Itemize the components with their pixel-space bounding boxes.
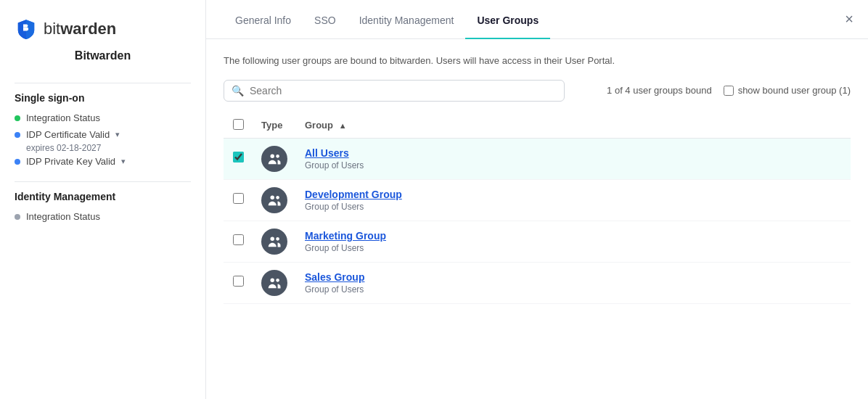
bitwarden-logo-icon [15,17,38,41]
row-type-cell [253,138,296,179]
show-bound-checkbox[interactable] [724,86,734,96]
status-dot-gray [15,214,20,220]
svg-point-2 [271,195,275,200]
sidebar-item-label: IDP Private Key Valid [26,156,115,167]
svg-point-4 [271,236,275,241]
row-type-cell [253,262,296,303]
row-checkbox-cell [224,221,253,262]
search-input[interactable] [250,85,557,96]
row-checkbox-3[interactable] [233,276,244,287]
users-icon [266,275,282,291]
sidebar-item-label: IDP Certificate Valid [26,129,110,140]
content-area: The following user groups are bound to b… [206,39,868,399]
modal: bitwarden Bitwarden Single sign-on Integ… [0,0,868,399]
show-bound-label[interactable]: show bound user group (1) [724,85,851,96]
status-dot-blue-cert [15,132,20,138]
table-row: Sales Group Group of Users [224,262,851,303]
sidebar-section-sso: Single sign-on [15,92,191,104]
row-group-cell: Development Group Group of Users [296,179,851,221]
group-type-label: Group of Users [305,202,842,212]
group-name-link[interactable]: All Users [305,147,842,159]
search-icon: 🔍 [232,85,244,96]
tabs-bar: General Info SSO Identity Management Use… [206,0,868,39]
cert-expiry: expires 02-18-2027 [26,143,191,153]
group-icon [261,146,287,172]
row-group-cell: All Users Group of Users [296,138,851,179]
tab-general-info[interactable]: General Info [224,0,303,39]
table-row: All Users Group of Users [224,138,851,179]
users-icon [266,234,282,250]
close-button[interactable]: × [845,12,853,26]
sidebar-divider-2 [15,181,191,182]
status-dot-blue-key [15,159,20,165]
sidebar-section-identity: Identity Management [15,191,191,202]
svg-point-7 [276,279,279,282]
user-groups-table: Type Group ▲ [224,113,851,304]
sidebar-item-label: Integration Status [26,211,100,222]
row-type-cell [253,221,296,262]
logo-area: bitwarden [15,17,191,41]
svg-point-0 [271,154,275,158]
row-group-cell: Marketing Group Group of Users [296,221,851,262]
svg-point-3 [276,196,279,200]
sort-asc-icon: ▲ [339,121,347,130]
chevron-down-icon: ▾ [121,157,126,166]
svg-point-1 [276,155,279,158]
sidebar-item-identity-status[interactable]: Integration Status [15,211,191,222]
row-checkbox-1[interactable] [233,193,244,204]
tab-identity-management[interactable]: Identity Management [348,0,466,39]
search-box[interactable]: 🔍 [224,80,565,102]
header-checkbox-cell [224,113,253,139]
sidebar-item-idp-key[interactable]: IDP Private Key Valid ▾ [15,156,191,167]
group-icon [261,229,287,255]
main-content: × General Info SSO Identity Management U… [206,0,868,399]
bound-info-text: 1 of 4 user groups bound [607,85,712,96]
chevron-down-icon: ▾ [115,130,120,139]
table-row: Marketing Group Group of Users [224,221,851,262]
group-name-link[interactable]: Sales Group [305,271,842,283]
group-name-link[interactable]: Development Group [305,189,842,200]
group-type-label: Group of Users [305,160,842,170]
show-bound-text: show bound user group (1) [738,85,851,96]
group-name-link[interactable]: Marketing Group [305,230,842,242]
table-row: Development Group Group of Users [224,179,851,221]
page-description: The following user groups are bound to b… [224,54,851,68]
svg-point-6 [271,278,275,282]
header-type: Type [253,113,296,139]
users-icon [266,192,282,208]
sidebar-item-idp-cert[interactable]: IDP Certificate Valid ▾ [15,129,191,140]
toolbar: 🔍 1 of 4 user groups bound show bound us… [224,80,851,102]
logo-text: bitwarden [44,20,116,38]
svg-point-5 [276,237,279,241]
row-checkbox-cell [224,179,253,221]
sidebar-item-integration-status[interactable]: Integration Status [15,112,191,123]
brand-name: Bitwarden [15,49,191,62]
group-type-label: Group of Users [305,284,842,295]
group-icon [261,270,287,296]
row-group-cell: Sales Group Group of Users [296,262,851,303]
row-type-cell [253,179,296,221]
group-type-label: Group of Users [305,243,842,253]
sidebar-divider-1 [15,83,191,83]
status-dot-green [15,115,20,121]
select-all-checkbox[interactable] [233,119,244,130]
row-checkbox-2[interactable] [233,234,244,245]
sidebar-item-label: Integration Status [26,112,100,123]
row-checkbox-0[interactable] [233,152,244,163]
tab-user-groups[interactable]: User Groups [465,0,550,39]
tab-sso[interactable]: SSO [303,0,348,39]
header-group[interactable]: Group ▲ [296,113,851,139]
row-checkbox-cell [224,262,253,303]
group-icon [261,187,287,213]
users-icon [266,151,282,167]
row-checkbox-cell [224,138,253,179]
type-column-label: Type [261,120,282,131]
table-header-row: Type Group ▲ [224,113,851,139]
group-column-label: Group [305,120,333,131]
sidebar: bitwarden Bitwarden Single sign-on Integ… [0,0,206,399]
